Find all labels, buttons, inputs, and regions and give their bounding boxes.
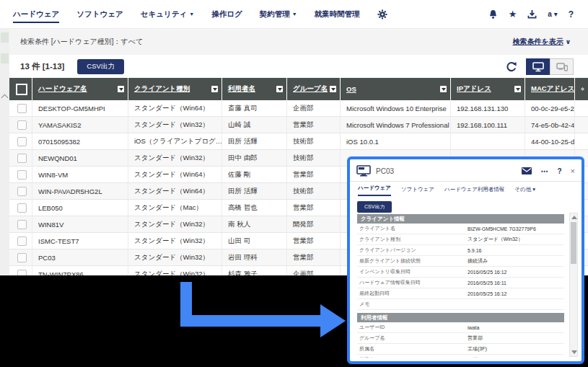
- detail-row: クライアント名BIZW-GM5HCME 7G32779P6: [357, 224, 564, 234]
- popup-tab[interactable]: ソフトウェア: [401, 186, 434, 196]
- popup-header-icons: ⋯ ? ×: [522, 167, 575, 175]
- scrollbar-thumb[interactable]: [571, 222, 576, 264]
- filter-icon[interactable]: [440, 86, 447, 92]
- table-cell: 技術部: [287, 150, 341, 166]
- checkbox[interactable]: [17, 154, 27, 163]
- nav-item[interactable]: ソフトウェア: [76, 0, 123, 28]
- table-cell: 開発部: [287, 216, 341, 232]
- row-checkbox-cell: [9, 216, 32, 232]
- result-count: 13 件 [1-13]: [20, 61, 64, 72]
- popup-csv-button[interactable]: CSV出力: [357, 201, 392, 213]
- checkbox[interactable]: [17, 203, 27, 213]
- column-header-label[interactable]: クライアント種別: [134, 84, 211, 94]
- detail-label: ハードウェア情報収集日時: [357, 279, 468, 286]
- column-header: グループ名: [287, 78, 341, 100]
- detail-value: 2016/05/25 16:12: [468, 291, 507, 296]
- annotation-arrow-horizontal: [180, 315, 320, 327]
- column-header-label[interactable]: グループ名: [293, 84, 330, 94]
- more-menu-icon[interactable]: ⋯: [540, 167, 548, 175]
- row-checkbox-cell: [9, 150, 32, 166]
- checkbox[interactable]: [17, 137, 27, 146]
- column-header: 利用者名: [222, 78, 287, 100]
- table-cell: Microsoft Windows 7 Professional: [341, 117, 451, 133]
- row-checkbox-cell: [9, 183, 32, 199]
- table-row[interactable]: YAMASAKIS2スタンダード（Win32）山崎 誠営業部Microsoft …: [9, 117, 588, 133]
- table-cell: 営業部: [287, 167, 341, 182]
- nav-item[interactable]: 契約管理▼: [260, 0, 297, 28]
- column-header-label[interactable]: 利用者名: [228, 84, 276, 94]
- checkbox[interactable]: [17, 187, 27, 196]
- popup-tab[interactable]: ハードウェア利用者情報: [444, 186, 504, 196]
- table-row[interactable]: DESKTOP-GM5MHPIスタンダード（Win64）斎藤 真司企画部Micr…: [9, 100, 588, 117]
- detail-label: メモ: [357, 301, 468, 308]
- star-icon[interactable]: ★: [509, 9, 517, 19]
- table-cell: スタンダード（Win32）: [128, 150, 222, 166]
- column-header: IPアドレス: [451, 78, 525, 100]
- detail-value: 営業部: [468, 335, 483, 342]
- nav-item[interactable]: ハードウェア: [13, 0, 59, 28]
- nav-item[interactable]: 操作ログ: [211, 0, 242, 28]
- filter-icon[interactable]: [118, 86, 124, 92]
- table-cell: 山崎 誠: [222, 117, 287, 133]
- checkbox[interactable]: [17, 120, 27, 130]
- popup-tab[interactable]: ハードウェア: [358, 185, 391, 196]
- table-row[interactable]: 07015095382iOS（クライアントプログ…田所 活輝技術部iOS 10.…: [9, 133, 588, 150]
- device-view-button[interactable]: [550, 58, 574, 75]
- gear-icon[interactable]: [377, 0, 387, 28]
- table-cell: PC03: [32, 249, 128, 265]
- scroll-down-icon[interactable]: [571, 350, 577, 354]
- checkbox[interactable]: [17, 253, 27, 262]
- table-cell: 技術部: [287, 133, 341, 149]
- account-menu[interactable]: a ▾: [548, 10, 557, 18]
- column-header-label[interactable]: ハードウェア名: [38, 84, 118, 94]
- popup-detail-body: クライアント情報クライアント名BIZW-GM5HCME 7G32779P6クライ…: [357, 214, 564, 358]
- filter-icon[interactable]: [276, 86, 283, 92]
- table-cell: DESKTOP-GM5MHPI: [32, 100, 128, 116]
- monitor-icon: [356, 165, 371, 177]
- filter-icon[interactable]: [514, 86, 521, 92]
- refresh-icon[interactable]: [506, 61, 517, 73]
- csv-export-button[interactable]: CSV出力: [77, 59, 124, 74]
- collapse-chevron-icon[interactable]: [1, 94, 9, 102]
- annotation-arrow-head: [320, 304, 346, 337]
- checkbox[interactable]: [17, 104, 27, 113]
- close-icon[interactable]: ×: [571, 167, 575, 175]
- popup-scrollbar[interactable]: [569, 213, 578, 357]
- table-cell: 44-00-10-25-da-da: [525, 133, 575, 149]
- checkbox[interactable]: [17, 236, 27, 246]
- table-cell: スタンダード（Win64）: [128, 100, 222, 116]
- detail-value: BIZW-GM5HCME 7G32779P6: [468, 226, 536, 231]
- scroll-up-icon[interactable]: [571, 216, 577, 219]
- nav-item[interactable]: セキュリティ▼: [141, 0, 194, 28]
- table-cell: [451, 133, 525, 149]
- column-header-label[interactable]: MACアドレス: [531, 84, 575, 94]
- view-toggle-group: [526, 58, 574, 75]
- chevron-down-icon: ▼: [189, 12, 194, 17]
- nav-item[interactable]: 就業時間管理: [315, 0, 360, 28]
- table-cell: ISMC-TEST7: [32, 233, 128, 249]
- table-header-row: ハードウェア名クライアント種別利用者名グループ名OSIPアドレスMACアドレス: [9, 78, 588, 100]
- table-cell: 田所 活輝: [222, 183, 287, 199]
- row-gear-cell: [575, 133, 588, 149]
- checkbox[interactable]: [17, 220, 27, 229]
- help-icon[interactable]: ?: [569, 9, 574, 19]
- computer-view-button[interactable]: [526, 58, 550, 75]
- filter-icon[interactable]: [211, 86, 218, 92]
- filter-icon[interactable]: [330, 86, 336, 92]
- column-header-label[interactable]: IPアドレス: [457, 84, 514, 94]
- show-filter-link[interactable]: 検索条件を表示∨: [512, 37, 571, 47]
- detail-value: 接続済み: [468, 257, 488, 265]
- mail-icon[interactable]: [522, 167, 532, 174]
- download-icon[interactable]: [527, 9, 537, 19]
- detail-value: スタンダード（Win32）: [468, 236, 523, 243]
- chevron-down-icon: ∨: [566, 38, 571, 45]
- column-header-label[interactable]: OS: [346, 85, 440, 93]
- detail-value: iwata: [468, 325, 479, 330]
- popup-tab[interactable]: その他 ▾: [514, 186, 535, 196]
- checkbox[interactable]: [16, 84, 27, 95]
- table-cell: スタンダード（Win32）: [128, 117, 222, 133]
- detail-row: ユーザーIDiwata: [357, 322, 564, 333]
- checkbox[interactable]: [17, 170, 27, 180]
- popup-help-icon[interactable]: ?: [557, 167, 561, 175]
- bell-icon[interactable]: [488, 9, 498, 19]
